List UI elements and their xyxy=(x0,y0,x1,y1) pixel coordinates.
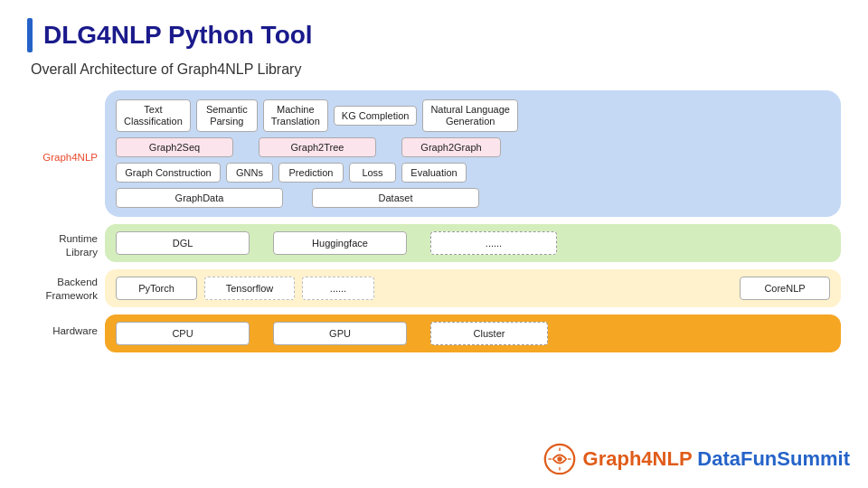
runtime-more: ...... xyxy=(430,231,557,255)
title-bar: DLG4NLP Python Tool xyxy=(27,18,841,52)
hardware-cluster: Cluster xyxy=(430,322,548,345)
logo-datafunsummit: DataFunSummit xyxy=(697,447,850,470)
module-evaluation: Evaluation xyxy=(401,163,467,183)
backend-corenlp: CoreNLP xyxy=(740,277,830,300)
svg-point-1 xyxy=(557,456,561,461)
runtime-dgl: DGL xyxy=(116,231,250,255)
task-machine-translation: MachineTranslation xyxy=(263,99,328,132)
runtime-label-container: Runtime Library xyxy=(27,224,98,267)
task-row: TextClassification SemanticParsing Machi… xyxy=(116,99,830,132)
layers-col: TextClassification SemanticParsing Machi… xyxy=(105,90,841,352)
page-title: DLG4NLP Python Tool xyxy=(43,21,313,50)
hardware-label: Hardware xyxy=(52,324,98,338)
data-row: GraphData Dataset xyxy=(116,188,830,208)
backend-pytorch: PyTorch xyxy=(116,277,197,300)
model-graph2tree: Graph2Tree xyxy=(259,137,376,157)
subtitle: Overall Architecture of Graph4NLP Librar… xyxy=(31,61,841,78)
graph4nlp-label-container: Graph4NLP xyxy=(27,90,98,224)
runtime-huggingface: Huggingface xyxy=(273,231,407,255)
hardware-label-container: Hardware xyxy=(27,311,98,351)
runtime-box: DGL Huggingface ...... xyxy=(105,224,841,262)
task-nlg: Natural LanguageGeneration xyxy=(422,99,517,132)
task-kg-completion: KG Completion xyxy=(334,106,418,126)
module-gnns: GNNs xyxy=(226,163,273,183)
page: DLG4NLP Python Tool Overall Architecture… xyxy=(0,0,868,488)
logo-graph4nlp: Graph4NLP xyxy=(583,447,693,470)
logo-area: Graph4NLP DataFunSummit xyxy=(543,443,850,475)
graph4nlp-logo-icon xyxy=(543,443,576,475)
module-graph-construction: Graph Construction xyxy=(116,163,221,183)
backend-label: Backend Framework xyxy=(45,276,98,303)
module-prediction: Prediction xyxy=(278,163,344,183)
backend-box: PyTorch Tensorflow ...... CoreNLP xyxy=(105,269,841,307)
task-semantic-parsing: SemanticParsing xyxy=(196,99,258,132)
graph4nlp-box: TextClassification SemanticParsing Machi… xyxy=(105,90,841,217)
left-labels: Graph4NLP Runtime Library Backend Framew… xyxy=(27,90,105,351)
data-dataset: Dataset xyxy=(312,188,479,208)
graph4nlp-label: Graph4NLP xyxy=(42,151,98,164)
hardware-gpu: GPU xyxy=(273,322,407,345)
diagram-wrapper: Graph4NLP Runtime Library Backend Framew… xyxy=(27,90,841,352)
logo-text: Graph4NLP DataFunSummit xyxy=(583,447,850,471)
model-graph2seq: Graph2Seq xyxy=(116,137,233,157)
backend-more: ...... xyxy=(302,277,374,300)
hardware-box: CPU GPU Cluster xyxy=(105,314,841,352)
task-text-classification: TextClassification xyxy=(116,99,191,132)
module-loss: Loss xyxy=(349,163,396,183)
hardware-cpu: CPU xyxy=(116,322,250,345)
backend-tensorflow: Tensorflow xyxy=(204,277,295,300)
data-graphdata: GraphData xyxy=(116,188,283,208)
model-row: Graph2Seq Graph2Tree Graph2Graph xyxy=(116,137,830,157)
title-accent xyxy=(27,18,33,52)
module-row: Graph Construction GNNs Prediction Loss … xyxy=(116,163,830,183)
backend-label-container: Backend Framework xyxy=(27,267,98,311)
runtime-label: Runtime Library xyxy=(59,232,98,259)
model-graph2graph: Graph2Graph xyxy=(401,137,501,157)
